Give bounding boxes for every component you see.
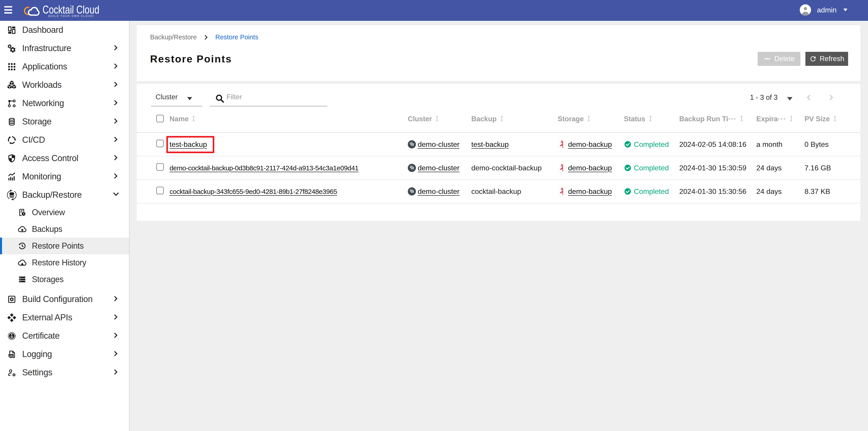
svg-text:LOG: LOG bbox=[9, 354, 13, 356]
